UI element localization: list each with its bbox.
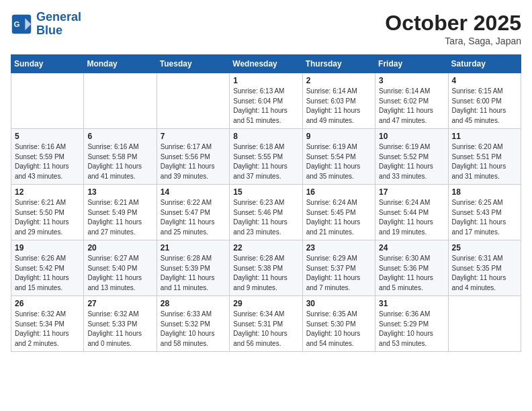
calendar-week-row: 12Sunrise: 6:21 AM Sunset: 5:50 PM Dayli… <box>11 185 521 240</box>
day-info: Sunrise: 6:19 AM Sunset: 5:52 PM Dayligh… <box>379 142 444 181</box>
day-number: 3 <box>379 76 444 85</box>
day-info: Sunrise: 6:35 AM Sunset: 5:30 PM Dayligh… <box>306 310 371 349</box>
calendar-cell: 27Sunrise: 6:32 AM Sunset: 5:33 PM Dayli… <box>84 296 157 352</box>
calendar-cell: 29Sunrise: 6:34 AM Sunset: 5:31 PM Dayli… <box>230 296 302 352</box>
day-info: Sunrise: 6:26 AM Sunset: 5:42 PM Dayligh… <box>15 254 80 293</box>
day-info: Sunrise: 6:21 AM Sunset: 5:49 PM Dayligh… <box>87 198 152 237</box>
calendar-cell: 15Sunrise: 6:23 AM Sunset: 5:46 PM Dayli… <box>230 185 302 240</box>
weekday-header-wednesday: Wednesday <box>230 55 302 73</box>
day-info: Sunrise: 6:19 AM Sunset: 5:54 PM Dayligh… <box>306 142 371 181</box>
day-number: 16 <box>306 187 371 197</box>
month-title: October 2025 <box>385 11 521 36</box>
day-number: 24 <box>379 243 444 253</box>
day-number: 2 <box>306 76 371 85</box>
day-number: 10 <box>379 132 444 141</box>
logo-line1: General <box>36 11 81 24</box>
weekday-header-thursday: Thursday <box>302 55 375 73</box>
day-number: 22 <box>233 243 298 253</box>
day-number: 14 <box>161 187 226 197</box>
calendar-week-row: 26Sunrise: 6:32 AM Sunset: 5:34 PM Dayli… <box>11 296 521 352</box>
day-number: 11 <box>452 132 517 141</box>
calendar-cell: 24Sunrise: 6:30 AM Sunset: 5:36 PM Dayli… <box>375 240 448 296</box>
calendar-cell: 19Sunrise: 6:26 AM Sunset: 5:42 PM Dayli… <box>11 240 84 296</box>
day-number: 12 <box>15 187 80 197</box>
day-number: 27 <box>87 299 152 308</box>
day-info: Sunrise: 6:36 AM Sunset: 5:29 PM Dayligh… <box>379 310 444 349</box>
day-number: 4 <box>452 76 517 85</box>
calendar-cell <box>157 73 229 129</box>
day-info: Sunrise: 6:24 AM Sunset: 5:44 PM Dayligh… <box>379 198 444 237</box>
day-info: Sunrise: 6:20 AM Sunset: 5:51 PM Dayligh… <box>452 142 517 181</box>
logo: G General Blue <box>11 11 81 38</box>
day-number: 7 <box>161 132 226 141</box>
day-info: Sunrise: 6:22 AM Sunset: 5:47 PM Dayligh… <box>161 198 226 237</box>
day-number: 1 <box>233 76 298 85</box>
logo-icon: G <box>11 13 32 35</box>
calendar-cell: 16Sunrise: 6:24 AM Sunset: 5:45 PM Dayli… <box>302 185 375 240</box>
calendar-cell: 31Sunrise: 6:36 AM Sunset: 5:29 PM Dayli… <box>375 296 448 352</box>
weekday-header-sunday: Sunday <box>11 55 84 73</box>
day-info: Sunrise: 6:33 AM Sunset: 5:32 PM Dayligh… <box>161 310 226 349</box>
day-info: Sunrise: 6:29 AM Sunset: 5:37 PM Dayligh… <box>306 254 371 293</box>
location: Tara, Saga, Japan <box>385 36 521 46</box>
day-number: 17 <box>379 187 444 197</box>
day-info: Sunrise: 6:24 AM Sunset: 5:45 PM Dayligh… <box>306 198 371 237</box>
day-number: 30 <box>306 299 371 308</box>
day-number: 19 <box>15 243 80 253</box>
calendar-week-row: 1Sunrise: 6:13 AM Sunset: 6:04 PM Daylig… <box>11 73 521 129</box>
calendar-table: SundayMondayTuesdayWednesdayThursdayFrid… <box>11 54 521 352</box>
calendar-cell: 6Sunrise: 6:16 AM Sunset: 5:58 PM Daylig… <box>84 129 157 185</box>
calendar-cell: 14Sunrise: 6:22 AM Sunset: 5:47 PM Dayli… <box>157 185 229 240</box>
day-info: Sunrise: 6:21 AM Sunset: 5:50 PM Dayligh… <box>15 198 80 237</box>
calendar-cell: 30Sunrise: 6:35 AM Sunset: 5:30 PM Dayli… <box>302 296 375 352</box>
calendar-cell: 26Sunrise: 6:32 AM Sunset: 5:34 PM Dayli… <box>11 296 84 352</box>
day-number: 28 <box>161 299 226 308</box>
calendar-week-row: 5Sunrise: 6:16 AM Sunset: 5:59 PM Daylig… <box>11 129 521 185</box>
calendar-cell: 9Sunrise: 6:19 AM Sunset: 5:54 PM Daylig… <box>302 129 375 185</box>
weekday-header-row: SundayMondayTuesdayWednesdayThursdayFrid… <box>11 55 521 73</box>
calendar-cell: 3Sunrise: 6:14 AM Sunset: 6:02 PM Daylig… <box>375 73 448 129</box>
day-number: 8 <box>233 132 298 141</box>
calendar-cell <box>448 296 521 352</box>
calendar-cell: 17Sunrise: 6:24 AM Sunset: 5:44 PM Dayli… <box>375 185 448 240</box>
day-info: Sunrise: 6:34 AM Sunset: 5:31 PM Dayligh… <box>233 310 298 349</box>
day-info: Sunrise: 6:27 AM Sunset: 5:40 PM Dayligh… <box>87 254 152 293</box>
day-info: Sunrise: 6:32 AM Sunset: 5:33 PM Dayligh… <box>87 310 152 349</box>
day-info: Sunrise: 6:31 AM Sunset: 5:35 PM Dayligh… <box>452 254 517 293</box>
calendar-cell: 21Sunrise: 6:28 AM Sunset: 5:39 PM Dayli… <box>157 240 229 296</box>
weekday-header-tuesday: Tuesday <box>157 55 229 73</box>
day-info: Sunrise: 6:18 AM Sunset: 5:55 PM Dayligh… <box>233 142 298 181</box>
calendar-cell: 7Sunrise: 6:17 AM Sunset: 5:56 PM Daylig… <box>157 129 229 185</box>
page-header: G General Blue October 2025 Tara, Saga, … <box>11 11 521 46</box>
day-info: Sunrise: 6:14 AM Sunset: 6:02 PM Dayligh… <box>379 87 444 126</box>
calendar-cell: 25Sunrise: 6:31 AM Sunset: 5:35 PM Dayli… <box>448 240 521 296</box>
day-info: Sunrise: 6:16 AM Sunset: 5:59 PM Dayligh… <box>15 142 80 181</box>
logo-line2: Blue <box>36 24 81 38</box>
day-info: Sunrise: 6:13 AM Sunset: 6:04 PM Dayligh… <box>233 87 298 126</box>
weekday-header-monday: Monday <box>84 55 157 73</box>
day-info: Sunrise: 6:32 AM Sunset: 5:34 PM Dayligh… <box>15 310 80 349</box>
calendar-cell: 12Sunrise: 6:21 AM Sunset: 5:50 PM Dayli… <box>11 185 84 240</box>
day-number: 23 <box>306 243 371 253</box>
day-info: Sunrise: 6:17 AM Sunset: 5:56 PM Dayligh… <box>161 142 226 181</box>
calendar-cell: 4Sunrise: 6:15 AM Sunset: 6:00 PM Daylig… <box>448 73 521 129</box>
calendar-week-row: 19Sunrise: 6:26 AM Sunset: 5:42 PM Dayli… <box>11 240 521 296</box>
weekday-header-saturday: Saturday <box>448 55 521 73</box>
day-number: 18 <box>452 187 517 197</box>
day-number: 29 <box>233 299 298 308</box>
calendar-cell: 8Sunrise: 6:18 AM Sunset: 5:55 PM Daylig… <box>230 129 302 185</box>
day-info: Sunrise: 6:28 AM Sunset: 5:38 PM Dayligh… <box>233 254 298 293</box>
calendar-cell: 5Sunrise: 6:16 AM Sunset: 5:59 PM Daylig… <box>11 129 84 185</box>
svg-text:G: G <box>13 19 19 28</box>
calendar-cell: 13Sunrise: 6:21 AM Sunset: 5:49 PM Dayli… <box>84 185 157 240</box>
title-block: October 2025 Tara, Saga, Japan <box>385 11 521 46</box>
calendar-cell <box>84 73 157 129</box>
day-number: 15 <box>233 187 298 197</box>
day-info: Sunrise: 6:16 AM Sunset: 5:58 PM Dayligh… <box>87 142 152 181</box>
calendar-cell: 18Sunrise: 6:25 AM Sunset: 5:43 PM Dayli… <box>448 185 521 240</box>
day-info: Sunrise: 6:28 AM Sunset: 5:39 PM Dayligh… <box>161 254 226 293</box>
day-number: 25 <box>452 243 517 253</box>
weekday-header-friday: Friday <box>375 55 448 73</box>
calendar-cell: 22Sunrise: 6:28 AM Sunset: 5:38 PM Dayli… <box>230 240 302 296</box>
day-info: Sunrise: 6:25 AM Sunset: 5:43 PM Dayligh… <box>452 198 517 237</box>
